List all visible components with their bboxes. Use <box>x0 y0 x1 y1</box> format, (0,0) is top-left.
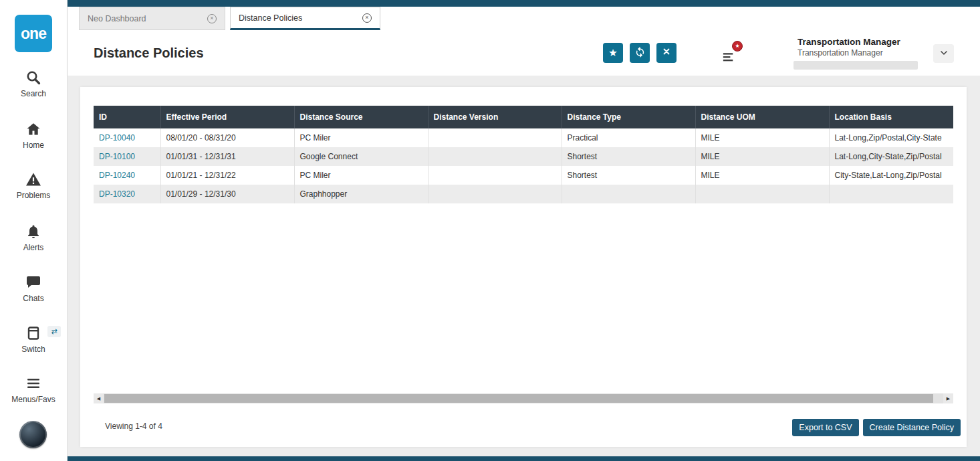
table-cell: Shortest <box>562 166 695 185</box>
tab-distance-policies[interactable]: Distance Policies × <box>230 7 380 30</box>
table-cell <box>428 128 562 147</box>
column-header-distance-version[interactable]: Distance Version <box>428 106 562 128</box>
policy-table-body: DP-1004008/01/20 - 08/31/20PC MilerPract… <box>94 128 953 203</box>
scroll-right-arrow-icon[interactable]: ▶ <box>943 393 953 403</box>
chat-bubble-icon <box>25 274 41 290</box>
table-cell <box>695 185 829 203</box>
redacted-user-info <box>793 61 918 70</box>
sidebar-item-search[interactable]: Search <box>0 70 67 98</box>
sidebar-item-label: Problems <box>0 191 67 200</box>
table-cell: 08/01/20 - 08/31/20 <box>160 128 294 147</box>
column-header-effective-period[interactable]: Effective Period <box>160 106 294 128</box>
table-cell-id: DP-10240 <box>94 166 160 185</box>
table-cell-id: DP-10320 <box>94 185 160 203</box>
user-menu-dropdown-button[interactable] <box>933 44 954 63</box>
policies-table: ID Effective Period Distance Source Dist… <box>94 106 953 203</box>
sidebar: one Search Home Problems Alerts <box>0 0 68 461</box>
hamburger-menu-icon <box>25 375 41 391</box>
app-logo[interactable]: one <box>15 15 52 52</box>
home-icon <box>25 121 41 137</box>
footer-actions: Export to CSV Create Distance Policy <box>792 419 961 436</box>
column-header-distance-type[interactable]: Distance Type <box>562 106 695 128</box>
table-row[interactable]: DP-1004008/01/20 - 08/31/20PC MilerPract… <box>94 128 953 147</box>
table-cell-id: DP-10100 <box>94 147 160 166</box>
bottom-bar <box>68 456 980 461</box>
table-cell: Lat-Long,City-State,Zip/Postal <box>829 147 953 166</box>
table-cell <box>562 185 695 203</box>
tab-label: Neo Dashboard <box>88 14 146 23</box>
scrollbar-thumb[interactable] <box>104 394 933 403</box>
page-title: Distance Policies <box>94 45 204 61</box>
sidebar-item-label: Search <box>0 89 67 98</box>
sidebar-item-alerts[interactable]: Alerts <box>0 223 67 252</box>
sidebar-item-label: Alerts <box>0 243 67 252</box>
table-row[interactable]: DP-1010001/01/31 - 12/31/31Google Connec… <box>94 147 953 166</box>
chevron-down-icon <box>939 48 949 60</box>
header-actions: ★ <box>603 43 677 63</box>
star-icon: ★ <box>608 47 617 59</box>
warning-icon <box>25 171 41 187</box>
close-panel-button[interactable] <box>656 43 677 63</box>
table-row[interactable]: DP-1032001/01/29 - 12/31/30Graphhopper <box>94 185 953 203</box>
app-window: one Search Home Problems Alerts <box>0 0 980 461</box>
table-cell: Lat-Long,Zip/Postal,City-State <box>829 128 953 147</box>
table-cell <box>428 147 562 166</box>
table-cell: PC Miler <box>294 128 428 147</box>
sidebar-item-label: Switch <box>0 345 67 354</box>
policy-id-link[interactable]: DP-10100 <box>99 152 135 161</box>
app-logo-text: one <box>21 25 46 43</box>
policy-id-link[interactable]: DP-10240 <box>99 171 135 180</box>
top-bar <box>68 0 980 7</box>
tab-label: Distance Policies <box>239 13 302 23</box>
favorite-button[interactable]: ★ <box>603 43 623 63</box>
table-cell: City-State,Lat-Long,Zip/Postal <box>829 166 953 185</box>
sidebar-item-home[interactable]: Home <box>0 121 67 150</box>
table-header-row: ID Effective Period Distance Source Dist… <box>94 106 953 128</box>
table-cell: 01/01/21 - 12/31/22 <box>160 166 294 185</box>
scroll-left-arrow-icon[interactable]: ◀ <box>94 393 104 403</box>
table-cell-id: DP-10040 <box>94 128 160 147</box>
viewing-status: Viewing 1-4 of 4 <box>105 422 162 431</box>
workspace: ID Effective Period Distance Source Dist… <box>68 76 980 456</box>
policy-id-link[interactable]: DP-10040 <box>99 133 135 143</box>
table-cell: 01/01/31 - 12/31/31 <box>160 147 294 166</box>
table-cell <box>428 166 562 185</box>
close-icon <box>662 47 671 59</box>
column-header-distance-source[interactable]: Distance Source <box>294 106 428 128</box>
close-icon[interactable]: × <box>207 14 217 23</box>
header: Neo Dashboard × Distance Policies × Dist… <box>68 7 980 76</box>
sidebar-item-label: Menus/Favs <box>0 395 67 404</box>
switch-icon <box>25 325 41 341</box>
column-header-location-basis[interactable]: Location Basis <box>829 106 953 128</box>
refresh-icon <box>634 46 646 60</box>
sidebar-item-label: Home <box>0 141 67 150</box>
sidebar-item-menus-favs[interactable]: Menus/Favs <box>0 375 67 404</box>
tab-neo-dashboard[interactable]: Neo Dashboard × <box>79 7 225 30</box>
table-row[interactable]: DP-1024001/01/21 - 12/31/22PC MilerShort… <box>94 166 953 185</box>
bell-icon <box>25 223 41 240</box>
table-cell: Graphhopper <box>294 185 428 203</box>
table-cell: MILE <box>695 147 829 166</box>
refresh-button[interactable] <box>630 43 650 63</box>
table-cell: 01/01/29 - 12/31/30 <box>160 185 294 203</box>
sidebar-item-chats[interactable]: Chats <box>0 274 67 303</box>
close-icon[interactable]: × <box>362 13 372 23</box>
column-header-distance-uom[interactable]: Distance UOM <box>695 106 829 128</box>
horizontal-scrollbar[interactable]: ◀ ▶ <box>94 393 953 403</box>
policy-id-link[interactable]: DP-10320 <box>99 189 135 199</box>
export-csv-button[interactable]: Export to CSV <box>792 419 858 436</box>
tab-bar: Neo Dashboard × Distance Policies × <box>79 7 380 30</box>
table-cell: Practical <box>562 128 695 147</box>
column-header-id[interactable]: ID <box>94 106 160 128</box>
swap-arrows-icon[interactable]: ⇄ <box>47 326 61 337</box>
favorites-badge-icon: ★ <box>732 41 743 52</box>
content: Neo Dashboard × Distance Policies × Dist… <box>68 0 980 461</box>
create-distance-policy-button[interactable]: Create Distance Policy <box>863 419 961 436</box>
user-avatar[interactable] <box>19 421 47 448</box>
sidebar-item-label: Chats <box>0 294 67 303</box>
table-cell: Google Connect <box>294 147 428 166</box>
table-cell: MILE <box>695 128 829 147</box>
quick-menu-button[interactable]: ★ <box>720 45 740 66</box>
sidebar-item-problems[interactable]: Problems <box>0 171 67 200</box>
table-cell: MILE <box>695 166 829 185</box>
